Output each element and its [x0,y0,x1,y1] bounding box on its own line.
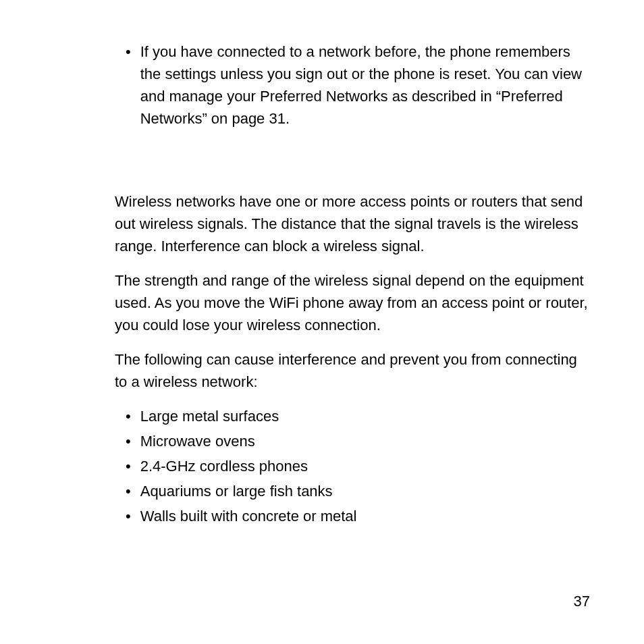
intro-bullet-text: If you have connected to a network befor… [140,41,590,130]
bullet-icon: • [126,455,131,477]
intro-bullet-item: • If you have connected to a network bef… [126,41,590,130]
page-content: • If you have connected to a network bef… [0,0,644,527]
interference-list: • Large metal surfaces • Microwave ovens… [126,405,590,527]
list-item-text: Microwave ovens [140,430,255,452]
paragraph-signal-strength: The strength and range of the wireless s… [115,269,590,336]
bullet-icon: • [126,505,131,527]
list-item-text: Walls built with concrete or metal [140,505,357,527]
list-item: • Aquariums or large fish tanks [126,480,590,502]
paragraph-wireless-range: Wireless networks have one or more acces… [115,190,590,257]
paragraph-interference-intro: The following can cause interference and… [115,348,590,393]
list-item: • Walls built with concrete or metal [126,505,590,527]
list-item-text: Large metal surfaces [140,405,279,427]
bullet-icon: • [126,405,131,427]
bullet-icon: • [126,41,131,63]
bullet-icon: • [126,480,131,502]
list-item: • 2.4-GHz cordless phones [126,455,590,477]
list-item-text: Aquariums or large fish tanks [140,480,333,502]
list-item-text: 2.4-GHz cordless phones [140,455,308,477]
list-item: • Large metal surfaces [126,405,590,427]
bullet-icon: • [126,430,131,452]
list-item: • Microwave ovens [126,430,590,452]
page-number: 37 [574,593,590,610]
